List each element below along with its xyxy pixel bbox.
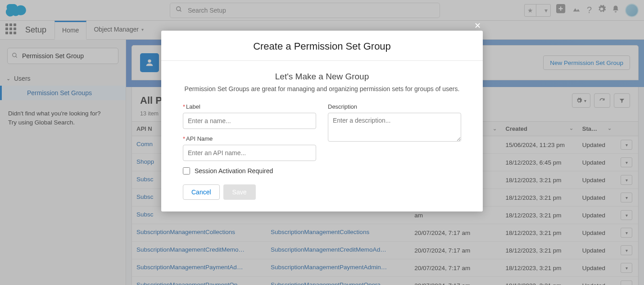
create-permission-set-group-modal: ✕ Create a Permission Set Group Let's Ma… [161, 31, 483, 211]
description-field-label: Description [328, 103, 461, 110]
modal-overlay: ✕ Create a Permission Set Group Let's Ma… [0, 0, 644, 285]
label-input[interactable] [183, 113, 316, 129]
modal-title: Create a Permission Set Group [161, 31, 483, 61]
checkbox-label: Session Activation Required [195, 167, 273, 175]
modal-description: Permission Set Groups are great for mana… [161, 82, 483, 103]
modal-subtitle: Let's Make a New Group [161, 61, 483, 82]
apiname-input[interactable] [183, 145, 316, 161]
session-activation-checkbox[interactable]: Session Activation Required [183, 167, 316, 175]
save-button[interactable]: Save [223, 184, 256, 200]
description-textarea[interactable] [328, 113, 461, 142]
session-activation-input[interactable] [183, 167, 190, 175]
apiname-field-label: *API Name [183, 135, 316, 142]
label-field-label: *Label [183, 103, 316, 110]
cancel-button[interactable]: Cancel [183, 184, 220, 200]
close-icon[interactable]: ✕ [474, 21, 481, 31]
